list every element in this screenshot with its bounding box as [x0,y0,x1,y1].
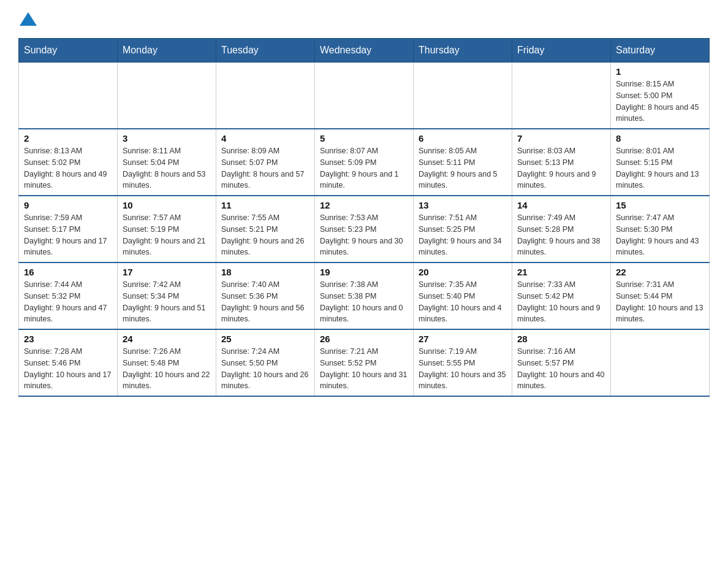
day-number: 3 [123,133,211,144]
calendar-cell: 21Sunrise: 7:33 AMSunset: 5:42 PMDayligh… [512,262,611,329]
calendar-table: SundayMondayTuesdayWednesdayThursdayFrid… [18,38,710,397]
day-number: 23 [24,334,112,344]
header-day-wednesday: Wednesday [315,39,414,63]
day-info: Sunrise: 8:03 AMSunset: 5:13 PMDaylight:… [517,145,605,191]
calendar-cell: 16Sunrise: 7:44 AMSunset: 5:32 PMDayligh… [19,262,118,329]
calendar-cell [512,63,611,129]
day-number: 19 [320,267,408,277]
calendar-cell [315,63,414,129]
header-day-thursday: Thursday [414,39,512,63]
day-info: Sunrise: 7:28 AMSunset: 5:46 PMDaylight:… [24,346,112,392]
calendar-cell: 1Sunrise: 8:15 AMSunset: 5:00 PMDaylight… [611,63,710,129]
day-number: 13 [419,200,507,210]
day-number: 22 [616,267,704,277]
calendar-cell: 11Sunrise: 7:55 AMSunset: 5:21 PMDayligh… [216,196,315,262]
day-info: Sunrise: 8:11 AMSunset: 5:04 PMDaylight:… [123,145,211,191]
day-number: 20 [419,267,507,277]
day-number: 11 [221,200,309,210]
week-row-3: 9Sunrise: 7:59 AMSunset: 5:17 PMDaylight… [19,196,710,262]
day-info: Sunrise: 7:49 AMSunset: 5:28 PMDaylight:… [517,212,605,258]
day-info: Sunrise: 7:19 AMSunset: 5:55 PMDaylight:… [419,346,507,392]
day-info: Sunrise: 7:57 AMSunset: 5:19 PMDaylight:… [123,212,211,258]
day-info: Sunrise: 7:21 AMSunset: 5:52 PMDaylight:… [320,346,408,392]
day-number: 17 [123,267,211,277]
day-number: 27 [419,334,507,344]
day-info: Sunrise: 7:31 AMSunset: 5:44 PMDaylight:… [616,279,704,325]
day-number: 26 [320,334,408,344]
day-info: Sunrise: 8:13 AMSunset: 5:02 PMDaylight:… [24,145,112,191]
day-info: Sunrise: 7:53 AMSunset: 5:23 PMDaylight:… [320,212,408,258]
header-day-saturday: Saturday [611,39,710,63]
day-info: Sunrise: 8:01 AMSunset: 5:15 PMDaylight:… [616,145,704,191]
day-number: 28 [517,334,605,344]
calendar-cell: 7Sunrise: 8:03 AMSunset: 5:13 PMDaylight… [512,129,611,196]
day-info: Sunrise: 8:09 AMSunset: 5:07 PMDaylight:… [221,145,309,191]
page-header [18,12,710,26]
calendar-cell: 26Sunrise: 7:21 AMSunset: 5:52 PMDayligh… [315,329,414,396]
calendar-cell [19,63,118,129]
header-day-friday: Friday [512,39,611,63]
day-number: 16 [24,267,112,277]
calendar-cell: 23Sunrise: 7:28 AMSunset: 5:46 PMDayligh… [19,329,118,396]
calendar-cell: 24Sunrise: 7:26 AMSunset: 5:48 PMDayligh… [118,329,216,396]
svg-marker-0 [20,12,37,26]
day-info: Sunrise: 8:05 AMSunset: 5:11 PMDaylight:… [419,145,507,191]
day-number: 24 [123,334,211,344]
day-number: 6 [419,133,507,144]
calendar-cell: 28Sunrise: 7:16 AMSunset: 5:57 PMDayligh… [512,329,611,396]
week-row-1: 1Sunrise: 8:15 AMSunset: 5:00 PMDaylight… [19,63,710,129]
day-number: 14 [517,200,605,210]
calendar-cell [414,63,512,129]
calendar-cell: 14Sunrise: 7:49 AMSunset: 5:28 PMDayligh… [512,196,611,262]
logo [18,12,37,26]
calendar-cell: 13Sunrise: 7:51 AMSunset: 5:25 PMDayligh… [414,196,512,262]
day-info: Sunrise: 7:16 AMSunset: 5:57 PMDaylight:… [517,346,605,392]
calendar-cell: 8Sunrise: 8:01 AMSunset: 5:15 PMDaylight… [611,129,710,196]
day-info: Sunrise: 8:15 AMSunset: 5:00 PMDaylight:… [616,79,704,124]
day-info: Sunrise: 7:55 AMSunset: 5:21 PMDaylight:… [221,212,309,258]
day-number: 8 [616,133,704,144]
day-info: Sunrise: 7:59 AMSunset: 5:17 PMDaylight:… [24,212,112,258]
calendar-cell: 19Sunrise: 7:38 AMSunset: 5:38 PMDayligh… [315,262,414,329]
calendar-cell: 10Sunrise: 7:57 AMSunset: 5:19 PMDayligh… [118,196,216,262]
calendar-cell: 9Sunrise: 7:59 AMSunset: 5:17 PMDaylight… [19,196,118,262]
calendar-body: 1Sunrise: 8:15 AMSunset: 5:00 PMDaylight… [19,63,710,397]
day-number: 5 [320,133,408,144]
calendar-cell: 6Sunrise: 8:05 AMSunset: 5:11 PMDaylight… [414,129,512,196]
day-info: Sunrise: 7:24 AMSunset: 5:50 PMDaylight:… [221,346,309,392]
header-day-sunday: Sunday [19,39,118,63]
header-row: SundayMondayTuesdayWednesdayThursdayFrid… [19,39,710,63]
calendar-cell [118,63,216,129]
day-number: 21 [517,267,605,277]
calendar-cell: 12Sunrise: 7:53 AMSunset: 5:23 PMDayligh… [315,196,414,262]
day-info: Sunrise: 7:44 AMSunset: 5:32 PMDaylight:… [24,279,112,325]
header-day-monday: Monday [118,39,216,63]
calendar-cell: 18Sunrise: 7:40 AMSunset: 5:36 PMDayligh… [216,262,315,329]
day-number: 7 [517,133,605,144]
day-info: Sunrise: 7:47 AMSunset: 5:30 PMDaylight:… [616,212,704,258]
calendar-header: SundayMondayTuesdayWednesdayThursdayFrid… [19,39,710,63]
day-number: 9 [24,200,112,210]
day-info: Sunrise: 7:40 AMSunset: 5:36 PMDaylight:… [221,279,309,325]
calendar-cell: 27Sunrise: 7:19 AMSunset: 5:55 PMDayligh… [414,329,512,396]
day-number: 12 [320,200,408,210]
day-number: 2 [24,133,112,144]
calendar-cell: 25Sunrise: 7:24 AMSunset: 5:50 PMDayligh… [216,329,315,396]
day-info: Sunrise: 7:35 AMSunset: 5:40 PMDaylight:… [419,279,507,325]
calendar-cell: 20Sunrise: 7:35 AMSunset: 5:40 PMDayligh… [414,262,512,329]
day-number: 1 [616,66,704,77]
day-number: 15 [616,200,704,210]
day-info: Sunrise: 7:26 AMSunset: 5:48 PMDaylight:… [123,346,211,392]
day-number: 18 [221,267,309,277]
day-info: Sunrise: 8:07 AMSunset: 5:09 PMDaylight:… [320,145,408,191]
day-number: 25 [221,334,309,344]
calendar-cell: 5Sunrise: 8:07 AMSunset: 5:09 PMDaylight… [315,129,414,196]
day-number: 4 [221,133,309,144]
calendar-cell: 15Sunrise: 7:47 AMSunset: 5:30 PMDayligh… [611,196,710,262]
day-info: Sunrise: 7:42 AMSunset: 5:34 PMDaylight:… [123,279,211,325]
calendar-cell: 4Sunrise: 8:09 AMSunset: 5:07 PMDaylight… [216,129,315,196]
logo-triangle-icon [20,12,37,26]
day-info: Sunrise: 7:33 AMSunset: 5:42 PMDaylight:… [517,279,605,325]
calendar-cell [216,63,315,129]
day-number: 10 [123,200,211,210]
